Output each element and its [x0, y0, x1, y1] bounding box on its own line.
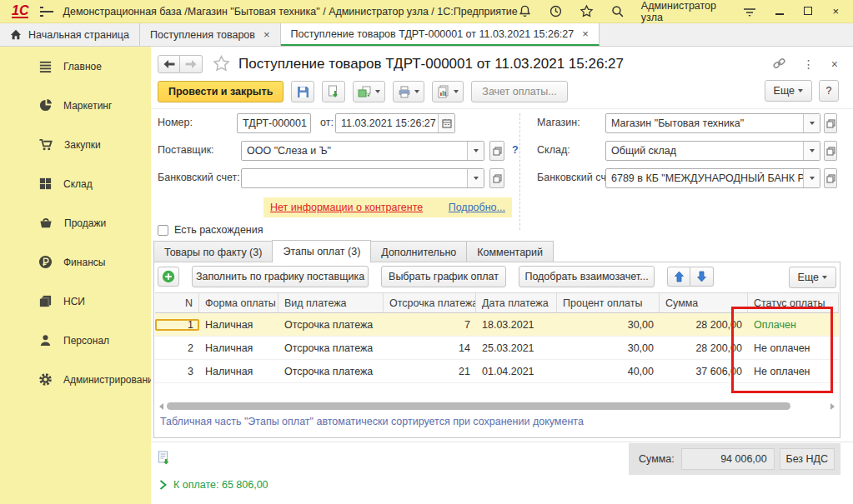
- help-button[interactable]: ?: [819, 80, 839, 102]
- post-and-close-button[interactable]: Провести и закрыть: [158, 81, 283, 102]
- cell-sum[interactable]: 28 200,00: [660, 342, 748, 354]
- col-header-n[interactable]: N: [155, 293, 199, 312]
- sidebar-item-purchases[interactable]: Закупки: [0, 125, 151, 164]
- details-link[interactable]: Подробно...: [449, 202, 505, 213]
- scrollbar-thumb[interactable]: [167, 402, 790, 410]
- bank-account-field[interactable]: [241, 168, 484, 188]
- dropdown-icon[interactable]: [803, 114, 820, 132]
- col-header-payment-form[interactable]: Форма оплаты: [199, 293, 278, 312]
- main-menu-icon[interactable]: [40, 7, 43, 17]
- tab-payment-stages[interactable]: Этапы оплат (3): [272, 240, 371, 262]
- cell-sum[interactable]: 37 606,00: [660, 366, 748, 377]
- cell-delay[interactable]: 14: [384, 342, 476, 354]
- number-field[interactable]: ТДРТ-000001: [237, 113, 311, 133]
- forward-button[interactable]: [180, 55, 203, 73]
- cell-date[interactable]: 01.04.2021: [476, 366, 557, 377]
- supplier-help-link[interactable]: ?: [512, 144, 519, 156]
- current-user[interactable]: Администратор узла: [641, 0, 726, 23]
- supplier-field[interactable]: ООО "Слеза и Ъ": [241, 141, 484, 161]
- open-bank-account2-icon[interactable]: [824, 168, 837, 188]
- col-header-status[interactable]: Статус оплаты: [748, 293, 839, 312]
- col-header-date[interactable]: Дата платежа: [476, 293, 557, 312]
- cell-n[interactable]: 1: [155, 319, 199, 331]
- favorites-star-icon[interactable]: [580, 4, 594, 19]
- dropdown-icon[interactable]: [467, 142, 484, 160]
- cell-percent[interactable]: 30,00: [557, 342, 660, 354]
- get-link-icon[interactable]: [772, 57, 786, 72]
- tab-additional[interactable]: Дополнительно: [370, 241, 467, 262]
- tab-comment[interactable]: Комментарий: [466, 241, 554, 262]
- open-bank-account-icon[interactable]: [489, 168, 504, 188]
- service-menu-icon[interactable]: [742, 4, 757, 19]
- dropdown-icon[interactable]: [467, 169, 484, 187]
- create-based-on-button[interactable]: [353, 81, 385, 102]
- more-dots-icon[interactable]: ⋮: [803, 58, 815, 70]
- sidebar-item-administration[interactable]: Администрирование: [0, 360, 151, 399]
- move-down-button[interactable]: [690, 267, 714, 287]
- cell-payment-form[interactable]: Наличная: [199, 366, 278, 377]
- scroll-left-icon[interactable]: [159, 403, 163, 410]
- tab-goods-receipt-document[interactable]: Поступление товаров ТДРТ-000001 от 11.03…: [281, 23, 600, 46]
- move-up-button[interactable]: [667, 267, 690, 287]
- sidebar-item-main[interactable]: Главное: [0, 47, 151, 86]
- tab-goods-receipts-list[interactable]: Поступления товаров ×: [140, 23, 281, 46]
- post-document-button[interactable]: [322, 81, 345, 102]
- notifications-bell-icon[interactable]: [518, 4, 532, 19]
- cell-status[interactable]: Оплачен: [748, 319, 839, 331]
- open-warehouse-icon[interactable]: [824, 141, 837, 161]
- minimize-button[interactable]: [774, 5, 785, 17]
- sidebar-item-marketing[interactable]: Маркетинг: [0, 86, 151, 125]
- close-form-icon[interactable]: ×: [831, 58, 838, 70]
- no-counterparty-info-link[interactable]: Нет информации о контрагенте: [270, 202, 423, 213]
- discrepancy-checkbox[interactable]: [158, 225, 168, 236]
- cell-payment-kind[interactable]: Отсрочка платежа: [278, 319, 384, 331]
- sidebar-item-warehouse[interactable]: Склад: [0, 164, 151, 203]
- cell-date[interactable]: 25.03.2021: [476, 342, 557, 354]
- save-button[interactable]: [291, 81, 314, 102]
- sidebar-item-personnel[interactable]: Персонал: [0, 321, 151, 360]
- tab-close-icon[interactable]: ×: [262, 28, 270, 41]
- col-header-percent[interactable]: Процент оплаты: [557, 293, 660, 312]
- col-header-payment-kind[interactable]: Вид платежа: [278, 293, 384, 312]
- col-header-delay[interactable]: Отсрочка платежа: [384, 293, 476, 312]
- cell-delay[interactable]: 21: [384, 366, 476, 377]
- sidebar-item-sales[interactable]: Продажи: [0, 203, 151, 242]
- to-pay-link[interactable]: К оплате: 65 806,00: [159, 479, 268, 491]
- search-icon[interactable]: [610, 4, 625, 19]
- choose-payment-schedule-button[interactable]: Выбрать график оплат: [381, 266, 506, 287]
- tab-goods-by-fact[interactable]: Товары по факту (3): [153, 241, 273, 262]
- col-header-sum[interactable]: Сумма: [660, 293, 748, 312]
- cell-percent[interactable]: 40,00: [557, 366, 660, 377]
- horizontal-scrollbar[interactable]: [159, 402, 835, 411]
- open-supplier-icon[interactable]: [489, 141, 504, 161]
- add-row-button[interactable]: [158, 267, 179, 287]
- back-button[interactable]: [158, 55, 180, 73]
- cell-delay[interactable]: 7: [384, 319, 476, 331]
- date-field[interactable]: 11.03.2021 15:26:27: [335, 113, 455, 133]
- table-row[interactable]: 2 Наличная Отсрочка платежа 14 25.03.202…: [155, 337, 839, 360]
- history-icon[interactable]: [549, 4, 563, 19]
- tab-home[interactable]: Начальная страница: [0, 23, 140, 46]
- cell-sum[interactable]: 28 200,00: [660, 319, 748, 331]
- bank-account2-field[interactable]: 6789 в КБ "МЕЖДУНАРОДНЫЙ БАНК РАЗ: [605, 168, 820, 188]
- sidebar-item-nsi[interactable]: НСИ: [0, 282, 151, 321]
- table-row[interactable]: 3 Наличная Отсрочка платежа 21 01.04.202…: [155, 360, 839, 383]
- cell-payment-kind[interactable]: Отсрочка платежа: [278, 366, 384, 377]
- warehouse-field[interactable]: Общий склад: [605, 141, 820, 161]
- cell-payment-form[interactable]: Наличная: [199, 319, 278, 331]
- cell-n[interactable]: 2: [155, 342, 199, 354]
- cell-n[interactable]: 3: [155, 366, 199, 377]
- cell-payment-kind[interactable]: Отсрочка платежа: [278, 342, 384, 354]
- favorite-star-icon[interactable]: [213, 55, 230, 74]
- sidebar-item-finance[interactable]: Финансы: [0, 242, 151, 282]
- table-row[interactable]: 1 Наличная Отсрочка платежа 7 18.03.2021…: [155, 313, 839, 337]
- maximize-button[interactable]: [802, 5, 814, 17]
- dropdown-icon[interactable]: [803, 169, 820, 187]
- open-store-icon[interactable]: [824, 113, 837, 133]
- cell-status[interactable]: Не оплачен: [748, 342, 839, 354]
- calendar-icon[interactable]: [438, 114, 454, 132]
- store-field[interactable]: Магазин "Бытовая техника": [605, 113, 820, 133]
- cell-payment-form[interactable]: Наличная: [199, 342, 278, 354]
- tab-close-icon[interactable]: ×: [580, 27, 589, 40]
- cell-date[interactable]: 18.03.2021: [476, 319, 557, 331]
